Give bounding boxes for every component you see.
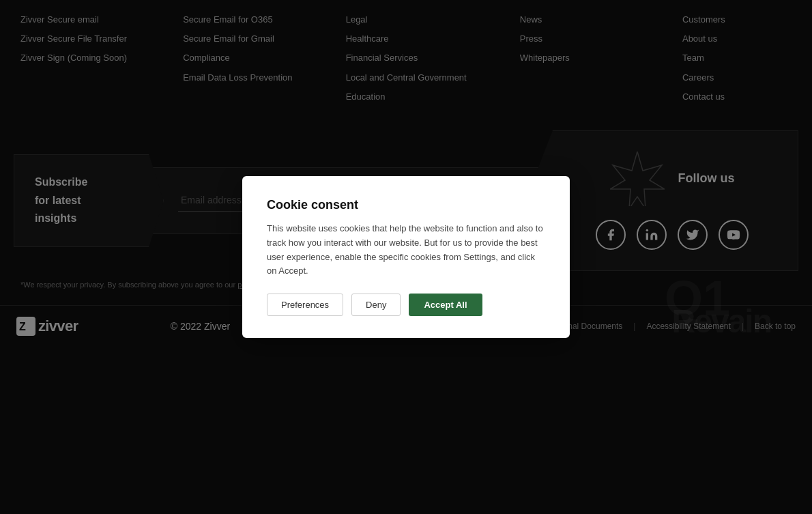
accept-all-button[interactable]: Accept All: [409, 294, 482, 316]
cookie-modal-body: This website uses cookies that help the …: [267, 222, 545, 279]
cookie-buttons: Preferences Deny Accept All: [267, 294, 545, 316]
cookie-modal: Cookie consent This website uses cookies…: [242, 176, 570, 338]
preferences-button[interactable]: Preferences: [267, 294, 343, 316]
cookie-modal-overlay: Cookie consent This website uses cookies…: [0, 0, 812, 514]
cookie-modal-title: Cookie consent: [267, 198, 545, 212]
deny-button[interactable]: Deny: [351, 294, 401, 316]
